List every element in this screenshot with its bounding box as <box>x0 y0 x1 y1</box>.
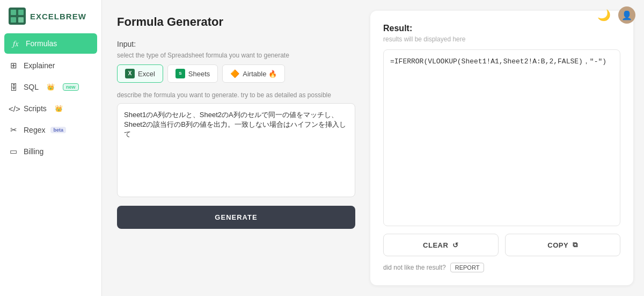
scripts-icon: </> <box>9 104 18 113</box>
svg-rect-4 <box>18 17 24 23</box>
result-header: Result: results will be displayed here <box>383 24 620 49</box>
sql-new-badge: new <box>63 83 79 91</box>
sidebar-label-regex: Regex <box>24 126 45 134</box>
sidebar-label-scripts: Scripts <box>24 104 47 113</box>
sheets-icon: S <box>175 69 185 78</box>
logo-text: EXCELBREW <box>30 12 86 21</box>
describe-label: describe the formula you want to generat… <box>117 91 355 99</box>
logo-area: EXCELBREW <box>0 0 101 32</box>
formula-input[interactable] <box>117 103 355 197</box>
sidebar-item-regex[interactable]: ✂ Regex beta <box>0 119 101 141</box>
report-section: did not like the result? REPORT <box>383 263 620 272</box>
explainer-icon: ⊞ <box>9 61 18 70</box>
formula-type-buttons: X Excel S Sheets 🔶 Airtable 🔥 <box>117 64 355 83</box>
excel-type-button[interactable]: X Excel <box>117 64 163 83</box>
result-title: Result: <box>383 24 620 33</box>
excel-icon: X <box>125 69 135 78</box>
billing-icon: ▭ <box>9 147 18 156</box>
airtable-label: Airtable 🔥 <box>243 70 277 78</box>
clear-icon: ↺ <box>452 241 459 249</box>
svg-rect-2 <box>18 10 24 15</box>
sql-crown-badge: 👑 <box>44 82 57 92</box>
copy-button[interactable]: COPY ⧉ <box>505 234 620 256</box>
svg-rect-1 <box>11 10 16 15</box>
regex-beta-badge: beta <box>50 127 66 133</box>
copy-label: COPY <box>547 241 568 249</box>
sidebar: EXCELBREW 𝑓𝑥 Formulas ⊞ Explainer 🗄 SQL … <box>0 0 102 296</box>
generate-button[interactable]: GENERATE <box>117 206 355 229</box>
regex-icon: ✂ <box>9 125 18 135</box>
copy-icon: ⧉ <box>573 241 578 249</box>
result-hint: results will be displayed here <box>383 35 620 43</box>
header-right: 🌙 👤 <box>597 6 635 24</box>
clear-button[interactable]: CLEAR ↺ <box>383 234 499 256</box>
page-title: Formula Generator <box>117 15 355 29</box>
airtable-type-button[interactable]: 🔶 Airtable 🔥 <box>222 64 285 83</box>
clear-label: CLEAR <box>423 241 448 249</box>
fx-icon: 𝑓𝑥 <box>11 39 20 48</box>
dark-mode-icon[interactable]: 🌙 <box>597 9 611 21</box>
sidebar-label-formulas: Formulas <box>26 39 57 48</box>
avatar[interactable]: 👤 <box>618 6 635 24</box>
sidebar-item-sql[interactable]: 🗄 SQL 👑 new <box>0 76 101 98</box>
excel-label: Excel <box>138 70 155 78</box>
sidebar-item-formulas[interactable]: 𝑓𝑥 Formulas <box>4 33 97 54</box>
select-type-label: select the type of Spreadsheet formula y… <box>117 52 355 59</box>
sidebar-item-explainer[interactable]: ⊞ Explainer <box>0 55 101 76</box>
scripts-crown-badge: 👑 <box>52 104 65 113</box>
airtable-icon: 🔶 <box>230 69 239 78</box>
sidebar-label-sql: SQL <box>24 83 39 91</box>
sidebar-item-billing[interactable]: ▭ Billing <box>0 141 101 162</box>
avatar-image: 👤 <box>621 10 632 20</box>
report-button[interactable]: REPORT <box>450 263 485 272</box>
result-actions: CLEAR ↺ COPY ⧉ <box>383 234 620 256</box>
sidebar-item-scripts[interactable]: </> Scripts 👑 <box>0 98 101 119</box>
sheets-label: Sheets <box>188 70 210 78</box>
sheets-type-button[interactable]: S Sheets <box>167 64 218 83</box>
logo-icon <box>9 8 26 25</box>
result-output: =IFERROR(VLOOKUP(Sheet1!A1,Sheet2!A:B,2,… <box>383 49 620 226</box>
input-label: Input: <box>117 40 355 48</box>
svg-rect-3 <box>11 17 16 23</box>
sidebar-label-explainer: Explainer <box>24 61 55 70</box>
sidebar-label-billing: Billing <box>24 147 43 156</box>
result-panel: Result: results will be displayed here =… <box>370 11 633 285</box>
report-prefix: did not like the result? <box>383 264 446 271</box>
main-content: Formula Generator Input: select the type… <box>102 0 370 296</box>
sql-icon: 🗄 <box>9 83 18 92</box>
